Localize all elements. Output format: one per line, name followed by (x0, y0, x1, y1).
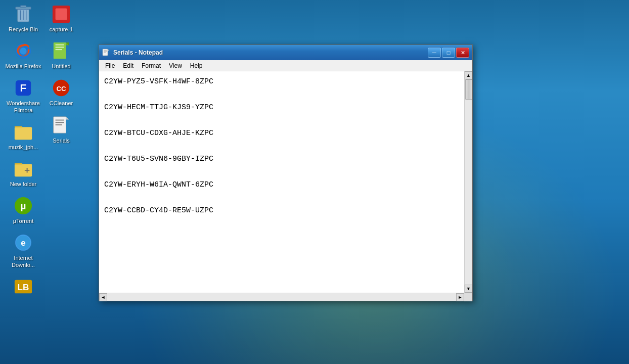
recycle-bin-label: Recycle Bin (9, 26, 38, 33)
muzik-label: muzik_jph... (9, 144, 38, 151)
untitled-label: Untitled (52, 63, 70, 70)
h-scrollbar-right-button[interactable]: ► (456, 293, 464, 301)
menu-bar: File Edit Format View Help (99, 60, 472, 71)
utorrent-icon: µ (13, 196, 33, 216)
svg-text:CC: CC (56, 85, 66, 93)
svg-text:LB: LB (18, 282, 29, 292)
minimize-button[interactable]: ─ (428, 48, 441, 58)
serials-label: Serials (53, 138, 70, 144)
svg-marker-38 (66, 116, 69, 119)
filmora-label: Wondershare Filmora (5, 100, 41, 113)
svg-rect-37 (56, 124, 62, 125)
capture1-label: capture-1 (50, 26, 73, 33)
desktop-icon-utorrent[interactable]: µ µTorrent (3, 194, 43, 226)
serials-icon (51, 115, 71, 135)
svg-point-8 (20, 48, 26, 55)
horizontal-scrollbar[interactable]: ◄ ► (99, 293, 464, 301)
svg-text:F: F (20, 82, 27, 94)
new-folder-icon (13, 159, 33, 179)
scrollbar-thumb[interactable] (465, 79, 472, 100)
desktop-icon-serials[interactable]: Serials (41, 113, 81, 146)
capture1-icon (51, 4, 71, 24)
filmora-icon: F (13, 78, 33, 98)
svg-rect-27 (56, 44, 64, 46)
notepad-window: Serials - Notepad ─ □ ✕ File Edit Format… (99, 44, 473, 301)
svg-text:µ: µ (21, 201, 26, 211)
svg-marker-43 (108, 49, 109, 51)
scrollbar-corner (464, 293, 472, 301)
desktop-icon-firefox[interactable]: Mozilla Firefox (3, 39, 43, 72)
svg-rect-28 (56, 47, 64, 48)
svg-rect-42 (104, 53, 106, 53)
svg-rect-2 (20, 6, 26, 8)
vertical-scrollbar[interactable]: ▲ ▼ (464, 71, 472, 293)
ccleaner-icon: CC (51, 78, 71, 98)
notepad-textarea[interactable] (99, 71, 464, 293)
maximize-button[interactable]: □ (442, 48, 455, 58)
svg-rect-36 (56, 122, 64, 123)
svg-rect-25 (56, 9, 67, 20)
firefox-icon (13, 41, 33, 61)
firefox-label: Mozilla Firefox (6, 63, 41, 70)
desktop-icon-muzik[interactable]: muzik_jph... (3, 120, 43, 153)
title-bar[interactable]: Serials - Notepad ─ □ ✕ (99, 45, 472, 60)
desktop-icons-right: capture-1 Untitled CC CCleaner (38, 0, 84, 148)
internet-download-label: Internet Downlo... (5, 255, 41, 268)
recycle-bin-icon (13, 4, 33, 24)
desktop-icon-internet-download[interactable]: e Internet Downlo... (3, 231, 43, 270)
lb-icon: LB (13, 277, 33, 297)
title-bar-text: Serials - Notepad (113, 49, 428, 56)
scrollbar-up-button[interactable]: ▲ (465, 71, 472, 79)
desktop-icon-capture1[interactable]: capture-1 (41, 2, 81, 35)
new-folder-label: New folder (10, 181, 37, 188)
muzik-folder-icon (13, 122, 33, 142)
svg-rect-13 (15, 127, 32, 140)
svg-rect-39 (103, 49, 108, 56)
internet-download-icon: e (13, 233, 33, 253)
desktop-icon-filmora[interactable]: F Wondershare Filmora (3, 76, 43, 115)
desktop-icon-recycle-bin[interactable]: Recycle Bin (3, 2, 43, 35)
desktop-icon-ccleaner[interactable]: CC CCleaner (41, 76, 81, 109)
svg-rect-29 (56, 49, 62, 50)
svg-text:e: e (21, 238, 26, 248)
menu-view[interactable]: View (165, 61, 186, 70)
menu-help[interactable]: Help (186, 61, 207, 70)
text-area-container: ▲ ▼ (99, 71, 472, 293)
untitled-icon (51, 41, 71, 61)
horizontal-scrollbar-container: ◄ ► (99, 293, 472, 301)
title-bar-buttons: ─ □ ✕ (428, 48, 469, 58)
desktop-icon-lb[interactable]: LB (3, 275, 43, 301)
svg-rect-40 (104, 51, 107, 51)
svg-rect-41 (104, 52, 107, 52)
ccleaner-label: CCleaner (50, 100, 73, 107)
scrollbar-track[interactable] (465, 79, 472, 285)
h-scrollbar-track[interactable] (107, 293, 456, 301)
menu-edit[interactable]: Edit (119, 61, 138, 70)
h-scrollbar-left-button[interactable]: ◄ (99, 293, 107, 301)
close-button[interactable]: ✕ (456, 48, 469, 58)
svg-rect-35 (56, 119, 64, 120)
utorrent-label: µTorrent (13, 218, 34, 224)
desktop-icon-new-folder[interactable]: New folder (3, 157, 43, 190)
notepad-title-icon (102, 49, 110, 57)
menu-file[interactable]: File (101, 61, 119, 70)
desktop-icon-untitled[interactable]: Untitled (41, 39, 81, 72)
scrollbar-down-button[interactable]: ▼ (465, 285, 472, 293)
menu-format[interactable]: Format (138, 61, 165, 70)
